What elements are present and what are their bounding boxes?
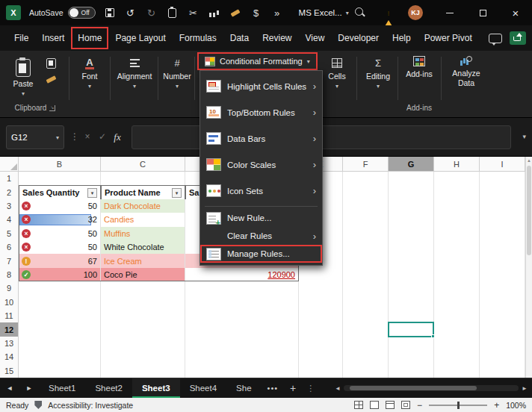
cell-B5[interactable]: ×50 [19, 227, 101, 241]
save-icon[interactable] [104, 7, 116, 19]
cell-H11[interactable] [434, 309, 480, 323]
row-header-14[interactable]: 14 [0, 350, 19, 364]
cell-C3[interactable]: Dark Chocolate [101, 199, 185, 213]
sheet-tab-sheet2[interactable]: Sheet2 [85, 378, 132, 398]
currency-icon[interactable]: $ [250, 7, 262, 19]
cf-menu-item-data-bars[interactable]: Data Bars› [200, 125, 322, 152]
cell-H8[interactable] [434, 268, 480, 282]
format-painter-icon[interactable] [46, 75, 57, 84]
cell-B12[interactable] [19, 322, 101, 337]
paste-button[interactable]: Paste ▾ [6, 54, 40, 101]
cell-I15[interactable] [480, 364, 525, 378]
cell-F6[interactable] [343, 240, 389, 255]
expand-formula-bar-icon[interactable]: ▾ [522, 133, 526, 140]
redo-icon[interactable]: ↻ [146, 7, 158, 19]
cell-I9[interactable] [480, 281, 525, 296]
column-header-G[interactable]: G [389, 157, 434, 172]
analyze-data-button[interactable]: Analyze Data [445, 56, 487, 87]
menu-tab-formulas[interactable]: Formulas [173, 27, 223, 49]
cell-H15[interactable] [434, 364, 480, 378]
filter-button[interactable]: ▾ [172, 188, 182, 198]
cell-F13[interactable] [343, 337, 389, 351]
autosave-toggle[interactable]: Off [68, 7, 96, 19]
cell-H4[interactable] [434, 213, 480, 227]
cell-I14[interactable] [480, 350, 525, 364]
cell-I5[interactable] [480, 227, 525, 241]
cell-C7[interactable]: Ice Cream [101, 254, 185, 268]
cell-G4[interactable] [389, 213, 434, 227]
cell-H14[interactable] [434, 350, 480, 364]
vertical-scrollbar[interactable] [525, 157, 532, 378]
comments-icon[interactable] [489, 34, 502, 43]
row-header-11[interactable]: 11 [0, 309, 19, 323]
cell-B9[interactable] [19, 281, 101, 296]
cell-B2[interactable]: Sales Quantity▾ [19, 185, 101, 199]
cell-I13[interactable] [480, 337, 525, 351]
cell-I11[interactable] [480, 309, 525, 323]
cell-B6[interactable]: ×50 [19, 240, 101, 255]
cell-B13[interactable] [19, 337, 101, 351]
sheet-tab-sheet4[interactable]: Sheet4 [180, 378, 226, 398]
menu-tab-view[interactable]: View [299, 27, 332, 49]
sheet-tab-sheet3[interactable]: Sheet3 [132, 378, 180, 398]
cell-G1[interactable] [389, 172, 434, 186]
cell-H13[interactable] [434, 337, 480, 351]
cell-C4[interactable]: Candies [101, 213, 185, 227]
horizontal-scrollbar-thumb[interactable] [350, 386, 477, 390]
row-header-2[interactable]: 2 [0, 185, 19, 199]
number-group-collapsed[interactable]: # Number ▾ [160, 57, 194, 90]
menu-tab-review[interactable]: Review [256, 27, 298, 49]
alignment-group-collapsed[interactable]: Alignment ▾ [112, 57, 157, 90]
cell-D8[interactable]: 120900 [185, 268, 299, 282]
cell-G14[interactable] [389, 350, 434, 364]
warning-icon[interactable]: ! [383, 7, 395, 18]
normal-view-icon[interactable] [370, 401, 379, 409]
cell-B15[interactable] [19, 364, 101, 378]
conditional-formatting-button[interactable]: Conditional Formatting ▾ [197, 52, 318, 70]
maximize-button[interactable] [466, 0, 499, 25]
cell-D11[interactable] [185, 309, 299, 323]
column-header-B[interactable]: B [19, 157, 101, 172]
zoom-level[interactable]: 100% [506, 401, 526, 410]
cell-G15[interactable] [389, 364, 434, 378]
cf-menu-item-clear-rules[interactable]: Clear Rules› [200, 227, 322, 245]
addins-button[interactable]: Add-ins [402, 56, 436, 78]
cell-C10[interactable] [101, 296, 185, 310]
page-layout-view-icon[interactable] [386, 401, 395, 409]
cell-B11[interactable] [19, 309, 101, 323]
cell-C6[interactable]: White Chocolate [101, 240, 185, 255]
cell-H1[interactable] [434, 172, 480, 186]
cell-F3[interactable] [343, 199, 389, 213]
row-header-9[interactable]: 9 [0, 281, 19, 296]
cell-E11[interactable] [299, 309, 343, 323]
cell-I4[interactable] [480, 213, 525, 227]
cell-E8[interactable] [299, 268, 343, 282]
cell-F1[interactable] [343, 172, 389, 186]
scroll-left-icon[interactable]: ◄ [335, 385, 341, 392]
avatar[interactable]: KJ [408, 5, 423, 20]
cell-G2[interactable] [389, 185, 434, 199]
horizontal-scrollbar-track[interactable] [344, 385, 519, 391]
cell-G8[interactable] [389, 268, 434, 282]
menu-tab-file[interactable]: File [7, 27, 35, 49]
share-icon[interactable] [510, 31, 526, 45]
cell-F9[interactable] [343, 281, 389, 296]
cell-I10[interactable] [480, 296, 525, 310]
cell-H2[interactable] [434, 185, 480, 199]
cf-menu-item-new-rule[interactable]: New Rule... [200, 209, 322, 227]
cancel-icon[interactable]: × [81, 131, 94, 142]
zoom-out-icon[interactable]: − [417, 400, 422, 411]
cell-D15[interactable] [185, 364, 299, 378]
format-painter-icon[interactable] [229, 7, 241, 19]
cell-C1[interactable] [101, 172, 185, 186]
cell-G10[interactable] [389, 296, 434, 310]
filter-button[interactable]: ▾ [87, 188, 97, 198]
cell-F12[interactable] [343, 322, 389, 337]
cell-I12[interactable] [480, 322, 525, 337]
cell-H10[interactable] [434, 296, 480, 310]
cell-B7[interactable]: !67 [19, 254, 101, 268]
cell-F14[interactable] [343, 350, 389, 364]
cell-C12[interactable] [101, 322, 185, 337]
cf-menu-item-top-bottom-rules[interactable]: Top/Bottom Rules› [200, 99, 322, 125]
row-header-10[interactable]: 10 [0, 296, 19, 310]
